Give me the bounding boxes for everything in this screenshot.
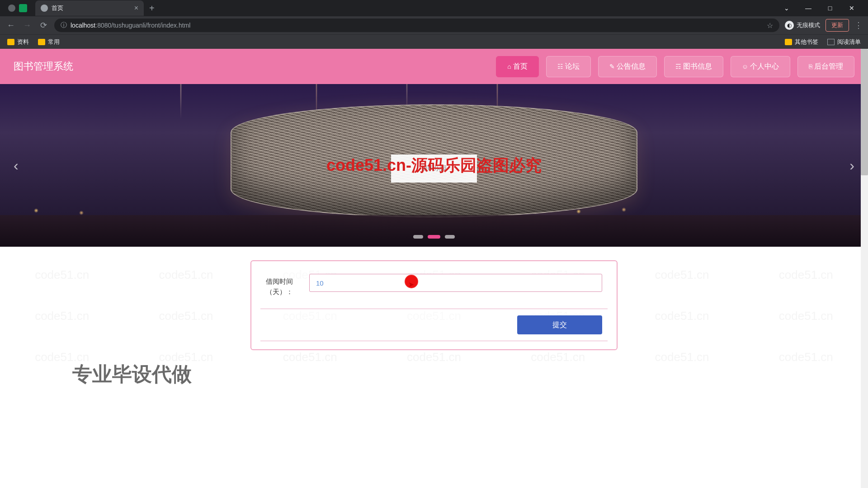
incognito-label: 无痕模式 <box>797 21 820 29</box>
extension-icon[interactable] <box>19 4 27 12</box>
nav-label: 论坛 <box>565 62 580 71</box>
nav-forum[interactable]: ☷论坛 <box>546 56 591 77</box>
nav-label: 图书信息 <box>683 62 712 71</box>
carousel-indicator-3[interactable] <box>445 235 455 239</box>
close-icon[interactable]: × <box>134 4 138 12</box>
bookmark-star-icon[interactable]: ☆ <box>767 21 773 30</box>
maximize-icon[interactable]: □ <box>825 5 835 12</box>
bookmark-label: 资料 <box>17 38 29 46</box>
carousel-prev-button[interactable]: ‹ <box>5 148 28 183</box>
nav-label: 后台管理 <box>814 62 843 71</box>
nav-home[interactable]: ⌂首页 <box>496 56 538 77</box>
browser-address-bar: ← → ⟳ ⓘ localhost:8080/tushuguanli/front… <box>0 16 868 34</box>
url-input[interactable]: ⓘ localhost:8080/tushuguanli/front/index… <box>54 19 779 32</box>
site-header: 图书管理系统 ⌂首页 ☷论坛 ✎公告信息 ☶图书信息 ☺个人中心 ⎘后台管理 <box>0 49 868 84</box>
carousel-next-button[interactable]: › <box>840 148 863 183</box>
form-row: 借阅时间（天）： <box>260 274 608 297</box>
nav-books[interactable]: ☶图书信息 <box>664 56 723 77</box>
book-icon: ☶ <box>675 63 681 70</box>
minimize-icon[interactable]: — <box>803 5 814 12</box>
borrow-days-label: 借阅时间（天）： <box>266 274 302 297</box>
other-bookmarks[interactable]: 其他书签 <box>785 38 818 46</box>
page-scrollbar[interactable] <box>861 49 868 488</box>
browser-chrome: 首页 × + ⌄ — □ ✕ ← → ⟳ ⓘ localhost:8080/tu… <box>0 0 868 49</box>
bookmark-folder[interactable]: 资料 <box>7 38 29 46</box>
carousel-indicator-2[interactable] <box>428 235 440 239</box>
folder-icon <box>38 39 45 45</box>
reload-button[interactable]: ⟳ <box>38 20 49 30</box>
app-icon[interactable] <box>8 5 15 12</box>
footer-heading: 专业毕设代做 <box>72 361 868 388</box>
carousel-indicators <box>413 235 455 239</box>
main-nav: ⌂首页 ☷论坛 ✎公告信息 ☶图书信息 ☺个人中心 ⎘后台管理 <box>496 56 854 77</box>
folder-icon <box>7 39 14 45</box>
tab-search-icon[interactable]: ⌄ <box>781 5 792 12</box>
reading-list[interactable]: 阅读清单 <box>827 38 861 46</box>
bookmark-bar: 资料 常用 其他书签 阅读清单 <box>0 34 868 49</box>
nav-label: 公告信息 <box>617 62 646 71</box>
cursor-arrow-icon: ➤ <box>408 280 414 289</box>
window-controls: ⌄ — □ ✕ <box>781 5 864 12</box>
bookmark-folder[interactable]: 常用 <box>38 38 60 46</box>
incognito-icon: ◐ <box>785 21 794 30</box>
home-icon: ⌂ <box>507 63 511 70</box>
tab-title: 首页 <box>52 4 131 12</box>
borrow-days-input[interactable] <box>309 274 602 292</box>
forum-icon: ☷ <box>557 63 563 70</box>
page-viewport: code51.cncode51.cncode51.cncode51.cncode… <box>0 49 868 488</box>
nav-announcements[interactable]: ✎公告信息 <box>598 56 657 77</box>
browser-menu-icon[interactable]: ⋮ <box>854 20 863 30</box>
bookmark-label: 其他书签 <box>795 38 818 46</box>
nav-admin[interactable]: ⎘后台管理 <box>797 56 854 77</box>
globe-icon <box>41 5 48 12</box>
carousel-reflection-decoration <box>0 215 868 247</box>
carousel-indicator-1[interactable] <box>413 235 423 239</box>
update-button[interactable]: 更新 <box>826 19 849 32</box>
center-watermark-text: code51.cn-源码乐园盗图必究 <box>326 155 542 177</box>
link-icon: ⎘ <box>809 63 812 70</box>
borrow-form-card: 借阅时间（天）： 提交 <box>250 260 618 350</box>
nav-profile[interactable]: ☺个人中心 <box>731 56 790 77</box>
nav-label: 个人中心 <box>750 62 779 71</box>
user-icon: ☺ <box>742 63 748 70</box>
forward-button[interactable]: → <box>22 21 33 30</box>
nav-label: 首页 <box>513 62 528 71</box>
url-text: localhost:8080/tushuguanli/front/index.h… <box>71 22 190 29</box>
scrollbar-thumb[interactable] <box>861 49 868 175</box>
announcement-icon: ✎ <box>609 63 615 70</box>
hero-carousel: 源码乐园 code51.cn-源码乐园盗图必究 ‹ › <box>0 84 868 247</box>
bookmark-label: 阅读清单 <box>837 38 861 46</box>
incognito-indicator[interactable]: ◐ 无痕模式 <box>785 21 820 30</box>
folder-icon <box>785 39 792 45</box>
site-title: 图书管理系统 <box>14 60 73 73</box>
browser-tab-bar: 首页 × + ⌄ — □ ✕ <box>0 0 868 16</box>
form-footer: 提交 <box>260 309 608 341</box>
bookmark-label: 常用 <box>48 38 60 46</box>
window-close-icon[interactable]: ✕ <box>846 5 857 12</box>
back-button[interactable]: ← <box>5 21 16 30</box>
reading-list-icon <box>827 39 835 45</box>
info-icon: ⓘ <box>61 21 67 29</box>
new-tab-button[interactable]: + <box>149 3 155 14</box>
submit-button[interactable]: 提交 <box>517 315 602 334</box>
browser-tab-active[interactable]: 首页 × <box>35 0 144 16</box>
tab-strip-left-icons <box>4 4 32 12</box>
